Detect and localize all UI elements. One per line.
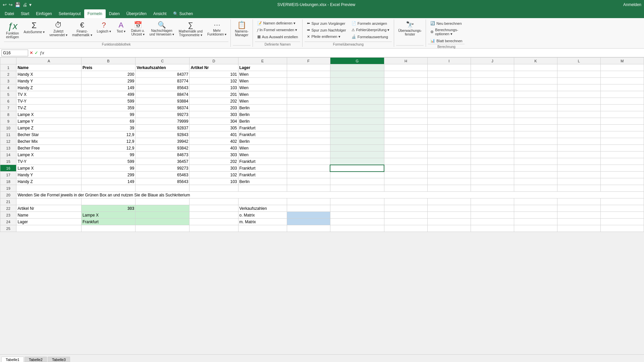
- cell-M25[interactable]: [600, 225, 644, 232]
- cell-L22[interactable]: [557, 205, 600, 212]
- datum-uhrzeit-button[interactable]: 📅 Datum u.Uhrzeit ▾: [129, 20, 147, 38]
- cell-F18[interactable]: [287, 178, 330, 185]
- cell-M6[interactable]: [600, 98, 644, 105]
- cell-G4[interactable]: [330, 84, 384, 91]
- cell-I2[interactable]: [427, 71, 471, 78]
- formeln-anzeigen-button[interactable]: 📄 Formeln anzeigen: [349, 20, 392, 26]
- cell-F3[interactable]: [287, 78, 330, 84]
- cell-K6[interactable]: [514, 98, 557, 105]
- formula-input[interactable]: [46, 51, 643, 55]
- cell-M24[interactable]: [600, 219, 644, 225]
- cell-B6[interactable]: 599: [81, 98, 135, 105]
- text-button[interactable]: A Text ▾: [114, 20, 128, 35]
- cell-K9[interactable]: [514, 118, 557, 125]
- menu-ansicht[interactable]: Ansicht: [150, 9, 170, 18]
- cell-A8[interactable]: Lampe X: [16, 111, 82, 118]
- cell-B9[interactable]: 69: [81, 118, 135, 125]
- cell-G12[interactable]: [330, 138, 384, 145]
- cell-J25[interactable]: [471, 225, 514, 232]
- cell-B15[interactable]: 599: [81, 158, 135, 165]
- cell-F15[interactable]: [287, 158, 330, 165]
- cell-C6[interactable]: 93884: [136, 98, 190, 105]
- cell-I11[interactable]: [427, 131, 471, 138]
- cell-J14[interactable]: [471, 152, 514, 158]
- cell-J11[interactable]: [471, 131, 514, 138]
- cell-M3[interactable]: [600, 78, 644, 84]
- cell-M1[interactable]: [600, 64, 644, 71]
- cell-G23[interactable]: [330, 212, 384, 219]
- cell-M23[interactable]: [600, 212, 644, 219]
- zuletzt-verwendet-button[interactable]: ⏱ Zuletztverwendet ▾: [47, 20, 69, 38]
- cell-E16[interactable]: Frankfurt: [238, 165, 287, 172]
- cell-F19[interactable]: [287, 185, 330, 192]
- cell-E8[interactable]: Berlin: [238, 111, 287, 118]
- menu-formeln[interactable]: Formeln: [84, 9, 106, 18]
- cell-L16[interactable]: [557, 165, 600, 172]
- customize-icon[interactable]: ▾: [29, 2, 32, 7]
- cell-B7[interactable]: 359: [81, 105, 135, 111]
- cell-C17[interactable]: 65463: [136, 172, 190, 178]
- cell-J3[interactable]: [471, 78, 514, 84]
- cell-E13[interactable]: Wien: [238, 145, 287, 152]
- cell-H9[interactable]: [384, 118, 427, 125]
- cell-I9[interactable]: [427, 118, 471, 125]
- cell-H22[interactable]: [384, 205, 427, 212]
- mathe-trig-button[interactable]: ∑ Mathematik undTrigonometrie ▾: [177, 20, 205, 38]
- cell-K25[interactable]: [514, 225, 557, 232]
- cell-G3[interactable]: [330, 78, 384, 84]
- row-header-8[interactable]: 8: [0, 111, 16, 118]
- cell-J8[interactable]: [471, 111, 514, 118]
- cell-I6[interactable]: [427, 98, 471, 105]
- cell-D23[interactable]: [190, 212, 238, 219]
- row-header-21[interactable]: 21: [0, 198, 16, 205]
- cell-D5[interactable]: 201: [190, 91, 238, 98]
- insert-function-icon[interactable]: ƒx: [40, 50, 44, 55]
- nachschlagen-button[interactable]: 🔍 Nachschlagenund Verweisen ▾: [147, 20, 176, 38]
- col-header-F[interactable]: F: [287, 58, 330, 64]
- cell-B18[interactable]: 149: [81, 178, 135, 185]
- berechnungsoptionen-button[interactable]: ⚙ Berechnungs-optionen ▾: [428, 27, 465, 37]
- cell-F8[interactable]: [287, 111, 330, 118]
- row-header-7[interactable]: 7: [0, 105, 16, 111]
- col-header-J[interactable]: J: [471, 58, 514, 64]
- cell-F9[interactable]: [287, 118, 330, 125]
- namens-manager-button[interactable]: 📋 Namens-Manager: [233, 20, 251, 38]
- row-header-11[interactable]: 11: [0, 131, 16, 138]
- cell-E9[interactable]: Berlin: [238, 118, 287, 125]
- cell-L17[interactable]: [557, 172, 600, 178]
- cell-M5[interactable]: [600, 91, 644, 98]
- spur-vorgaenger-button[interactable]: ⬅ Spur zum Vorgänger: [305, 20, 348, 26]
- cell-D2[interactable]: 101: [190, 71, 238, 78]
- cell-J12[interactable]: [471, 138, 514, 145]
- cell-G6[interactable]: [330, 98, 384, 105]
- cell-H3[interactable]: [384, 78, 427, 84]
- col-header-E[interactable]: E: [238, 58, 287, 64]
- cell-K4[interactable]: [514, 84, 557, 91]
- cell-I17[interactable]: [427, 172, 471, 178]
- cell-M2[interactable]: [600, 71, 644, 78]
- cell-H24[interactable]: [384, 219, 427, 225]
- menu-suchen[interactable]: 🔍 Suchen: [170, 9, 196, 18]
- cell-E4[interactable]: Wien: [238, 84, 287, 91]
- cell-M19[interactable]: [600, 185, 644, 192]
- cell-D22[interactable]: [190, 205, 238, 212]
- redo-icon[interactable]: ↪: [9, 2, 13, 7]
- cell-D3[interactable]: 102: [190, 78, 238, 84]
- cell-H13[interactable]: [384, 145, 427, 152]
- cell-I3[interactable]: [427, 78, 471, 84]
- cell-F25[interactable]: [287, 225, 330, 232]
- cell-L24[interactable]: [557, 219, 600, 225]
- cell-B19[interactable]: [81, 185, 135, 192]
- cell-F10[interactable]: [287, 125, 330, 131]
- sheet-tab-tabelle2[interactable]: Tabelle2: [24, 357, 47, 362]
- sheet-tab-tabelle3[interactable]: Tabelle3: [48, 357, 70, 362]
- cell-G21[interactable]: [330, 198, 384, 205]
- cell-K8[interactable]: [514, 111, 557, 118]
- cell-M16[interactable]: [600, 165, 644, 172]
- cell-G11[interactable]: [330, 131, 384, 138]
- cell-I19[interactable]: [427, 185, 471, 192]
- cell-I4[interactable]: [427, 84, 471, 91]
- row-header-15[interactable]: 15: [0, 158, 16, 165]
- cell-E24[interactable]: m. Matrix: [238, 219, 287, 225]
- cell-E17[interactable]: Frankfurt: [238, 172, 287, 178]
